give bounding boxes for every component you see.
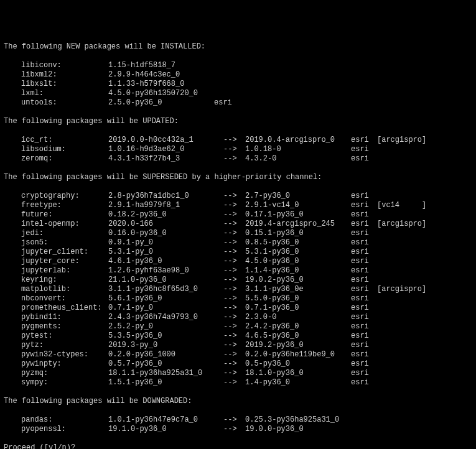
package-new-version: 3.1.1-py36_0e <box>245 285 351 294</box>
package-repo: esri <box>351 229 377 238</box>
package-repo: esri <box>351 378 377 387</box>
package-extra: [arcgispro] <box>377 220 426 229</box>
package-row: keyring:21.1.0-py36_0-->19.0.2-py36_0esr… <box>4 275 472 285</box>
package-row: prometheus_client:0.7.1-py_0-->0.7.1-py3… <box>4 303 472 313</box>
package-old-version: 3.1.1-py36hc8f65d3_0 <box>108 285 223 294</box>
package-name: json5: <box>21 238 108 248</box>
package-repo: esri <box>351 145 377 154</box>
package-name: jupyter_core: <box>21 257 108 266</box>
indent <box>4 294 21 303</box>
indent <box>4 369 21 378</box>
package-repo: esri <box>351 359 377 369</box>
package-new-version: 0.17.1-py36_0 <box>245 210 351 220</box>
package-name: libiconv: <box>21 61 108 70</box>
package-new-version: 1.0.18-0 <box>245 145 351 154</box>
section-header: The following packages will be SUPERSEDE… <box>4 173 472 182</box>
indent <box>4 350 21 359</box>
package-row: zeromq:4.3.1-h33f27b4_3-->4.3.2-0esri <box>4 154 472 164</box>
package-repo: esri <box>351 201 377 210</box>
package-old-version: 4.3.1-h33f27b4_3 <box>108 154 223 164</box>
arrow-icon: --> <box>223 331 245 341</box>
package-name: pywinpty: <box>21 359 108 369</box>
arrow-icon: --> <box>223 248 245 257</box>
package-row: pywin32-ctypes:0.2.0-py36_1000-->0.2.0-p… <box>4 350 472 359</box>
package-repo: esri <box>351 266 377 275</box>
package-repo: esri <box>351 220 377 229</box>
package-row: pandas:1.0.1-py36h47e9c7a_0-->0.25.3-py3… <box>4 415 472 425</box>
package-old-version: 5.3.5-py36_0 <box>108 331 223 341</box>
package-version: 2.5.0-py36_0 <box>108 98 214 108</box>
package-old-version: 1.0.16-h9d3ae62_0 <box>108 145 223 154</box>
indent <box>4 248 21 257</box>
package-repo: esri <box>351 154 377 164</box>
package-name: pywin32-ctypes: <box>21 350 108 359</box>
package-name: sympy: <box>21 378 108 387</box>
arrow-icon: --> <box>223 341 245 350</box>
indent <box>4 275 21 285</box>
arrow-icon: --> <box>223 369 245 378</box>
arrow-icon: --> <box>223 313 245 322</box>
package-old-version: 1.0.1-py36h47e9c7a_0 <box>108 415 223 425</box>
package-row: libsodium:1.0.16-h9d3ae62_0-->1.0.18-0es… <box>4 145 472 154</box>
package-row: nbconvert:5.6.1-py36_0-->5.5.0-py36_0esr… <box>4 294 472 303</box>
package-row: freetype:2.9.1-ha9979f8_1-->2.9.1-vc14_0… <box>4 201 472 210</box>
package-row: matplotlib:3.1.1-py36hc8f65d3_0-->3.1.1-… <box>4 285 472 294</box>
package-name: pybind11: <box>21 313 108 322</box>
package-old-version: 19.1.0-py36_0 <box>108 425 223 434</box>
package-row: pyopenssl:19.1.0-py36_0-->19.0.0-py36_0 <box>4 425 472 434</box>
arrow-icon: --> <box>223 192 245 201</box>
package-name: libxml2: <box>21 70 108 80</box>
indent <box>4 229 21 238</box>
package-row: libxslt:1.1.33-h579f668_0 <box>4 80 472 89</box>
arrow-icon: --> <box>223 229 245 238</box>
package-new-version: 2.7-py36_0 <box>245 192 351 201</box>
package-name: icc_rt: <box>21 136 108 145</box>
indent <box>4 145 21 154</box>
proceed-prompt[interactable]: Proceed ([y]/n)? <box>4 443 472 449</box>
package-name: libxslt: <box>21 80 108 89</box>
arrow-icon: --> <box>223 266 245 275</box>
package-new-version: 0.2.0-py36he119be9_0 <box>245 350 351 359</box>
package-name: cryptography: <box>21 192 108 201</box>
package-row: pytest:5.3.5-py36_0-->4.6.5-py36_0esri <box>4 331 472 341</box>
package-old-version: 21.1.0-py36_0 <box>108 275 223 285</box>
package-old-version: 0.18.2-py36_0 <box>108 210 223 220</box>
package-version: 1.15-h1df5818_7 <box>108 61 214 70</box>
package-new-version: 4.5.0-py36_0 <box>245 257 351 266</box>
package-row: pytz:2019.3-py_0-->2019.2-py36_0esri <box>4 341 472 350</box>
package-name: pyopenssl: <box>21 425 108 434</box>
package-old-version: 1.5.1-py36_0 <box>108 378 223 387</box>
package-version: 2.9.9-h464c3ec_0 <box>108 70 214 80</box>
arrow-icon: --> <box>223 303 245 313</box>
indent <box>4 378 21 387</box>
package-new-version: 0.8.5-py36_0 <box>245 238 351 248</box>
indent <box>4 201 21 210</box>
indent <box>4 322 21 331</box>
arrow-icon: --> <box>223 257 245 266</box>
section-header: The following NEW packages will be INSTA… <box>4 42 472 52</box>
indent <box>4 313 21 322</box>
package-old-version: 0.7.1-py_0 <box>108 303 223 313</box>
package-old-version: 5.6.1-py36_0 <box>108 294 223 303</box>
package-repo <box>351 425 377 434</box>
package-repo <box>351 415 377 425</box>
indent <box>4 210 21 220</box>
package-name: jupyter_client: <box>21 248 108 257</box>
package-new-version: 0.7.1-py36_0 <box>245 303 351 313</box>
package-new-version: 19.0.0-py36_0 <box>245 425 351 434</box>
arrow-icon: --> <box>223 201 245 210</box>
package-old-version: 18.1.1-py36ha925a31_0 <box>108 369 223 378</box>
indent <box>4 192 21 201</box>
package-row: libxml2:2.9.9-h464c3ec_0 <box>4 70 472 80</box>
package-old-version: 4.6.1-py36_0 <box>108 257 223 266</box>
indent <box>4 61 21 70</box>
package-new-version: 19.0.2-py36_0 <box>245 275 351 285</box>
package-row: intel-openmp:2020.0-166-->2019.4-arcgisp… <box>4 220 472 229</box>
arrow-icon: --> <box>223 154 245 164</box>
package-repo: esri <box>351 303 377 313</box>
package-repo: esri <box>351 322 377 331</box>
arrow-icon: --> <box>223 220 245 229</box>
package-new-version: 0.5-py36_0 <box>245 359 351 369</box>
package-name: lxml: <box>21 89 108 98</box>
arrow-icon: --> <box>223 294 245 303</box>
